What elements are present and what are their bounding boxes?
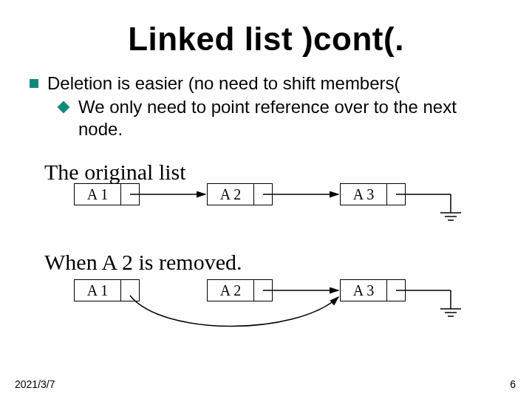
node-a3-row2-pointer <box>387 280 405 301</box>
node-a3-row1: A 3 <box>340 183 406 205</box>
bullet-level-1: Deletion is easier (no need to shift mem… <box>30 72 502 95</box>
slide: Linked list )cont(. Deletion is easier (… <box>0 0 532 399</box>
node-a2-row1-pointer <box>254 184 272 205</box>
node-a3-row1-pointer <box>387 184 405 205</box>
slide-date: 2021/3/7 <box>15 378 55 390</box>
bullet-1-text: Deletion is easier (no need to shift mem… <box>47 72 400 95</box>
node-a2-row2-label: A 2 <box>208 280 254 301</box>
node-a2-row1: A 2 <box>207 183 273 205</box>
node-a1-row1-pointer <box>121 184 139 205</box>
bullet-area: Deletion is easier (no need to shift mem… <box>30 72 502 140</box>
square-bullet-icon <box>30 79 38 88</box>
subheading-original-list: The original list <box>44 160 186 185</box>
slide-title: Linked list )cont(. <box>0 21 532 58</box>
subheading-removed: When A 2 is removed. <box>44 250 242 275</box>
node-a3-row2: A 3 <box>340 279 406 301</box>
slide-number: 6 <box>510 378 516 390</box>
diamond-bullet-icon <box>58 101 70 114</box>
node-a3-row1-label: A 3 <box>341 184 387 205</box>
node-a1-row1-label: A 1 <box>75 184 121 205</box>
node-a1-row2: A 1 <box>74 279 140 301</box>
node-a2-row1-label: A 2 <box>208 184 254 205</box>
node-a3-row2-label: A 3 <box>341 280 387 301</box>
node-a1-row2-label: A 1 <box>75 280 121 301</box>
node-a2-row2: A 2 <box>207 279 273 301</box>
bullet-2-text: We only need to point reference over to … <box>78 96 502 140</box>
node-a1-row2-pointer <box>121 280 139 301</box>
node-a2-row2-pointer <box>254 280 272 301</box>
node-a1-row1: A 1 <box>74 183 140 205</box>
bullet-level-2: We only need to point reference over to … <box>59 96 502 140</box>
